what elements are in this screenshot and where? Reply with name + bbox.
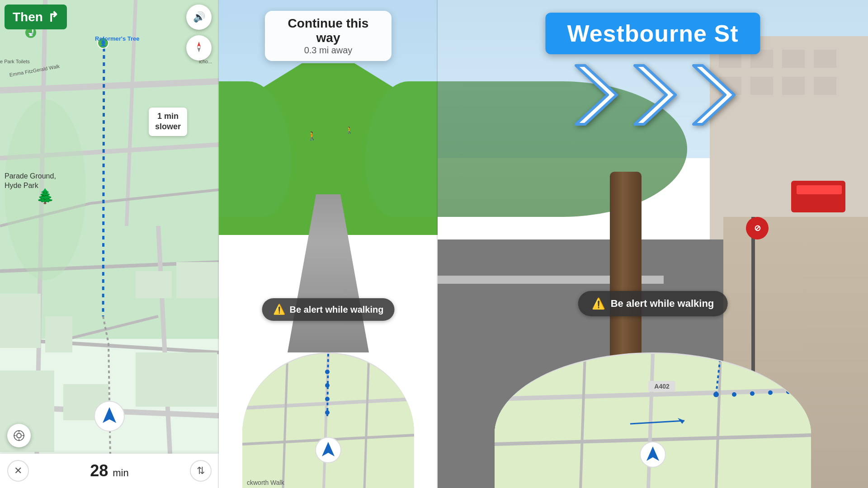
mini-map-inner: ckworth Walk <box>242 354 414 488</box>
svg-marker-64 <box>576 66 617 124</box>
sound-button[interactable]: 🔊 <box>186 5 212 30</box>
map-nav-arrow <box>94 400 125 434</box>
time-value: 28 <box>90 461 108 480</box>
svg-point-80 <box>786 389 791 394</box>
sound-icon: 🔊 <box>193 11 205 23</box>
compass-button[interactable] <box>186 35 212 61</box>
svg-rect-55 <box>814 50 836 68</box>
svg-point-45 <box>325 383 330 388</box>
mini-nav-arrow-right <box>639 441 666 470</box>
svg-text:A402: A402 <box>654 383 670 390</box>
ar-chevron-1 <box>565 59 623 131</box>
street-sign-text: Westbourne St <box>567 20 739 47</box>
svg-rect-17 <box>0 294 41 348</box>
continue-main-text: Continue this way <box>278 16 379 45</box>
route-options-icon: ⇅ <box>197 465 205 477</box>
alert-badge-middle: ⚠️ Be alert while walking <box>262 298 395 321</box>
svg-rect-15 <box>136 271 172 298</box>
location-target-icon <box>13 429 25 442</box>
alert-text-middle: Be alert while walking <box>290 305 384 315</box>
alert-warning-icon-right: ⚠️ <box>592 297 605 310</box>
compass-icon <box>192 40 206 56</box>
continue-sub-text: 0.3 mi away <box>278 45 379 56</box>
svg-marker-66 <box>693 66 734 124</box>
bus-windows <box>797 185 842 194</box>
left-map-panel: 👤 Reformer's Tree Emma FitzGerald Walk e… <box>0 0 219 488</box>
slower-bubble: 1 min slower <box>149 108 187 136</box>
mini-map-svg: ckworth Walk <box>242 354 414 488</box>
svg-rect-59 <box>814 77 836 95</box>
then-button[interactable]: Then ↱ <box>5 5 67 29</box>
svg-point-31 <box>17 433 21 438</box>
svg-point-46 <box>325 397 330 401</box>
slower-label: 1 min <box>155 111 181 122</box>
map-label-park-toilets: e Park Toilets <box>0 59 30 64</box>
mini-nav-arrow-middle <box>315 436 342 465</box>
mini-map-right: A402 <box>495 352 811 488</box>
person-silhouette-1: 🚶 <box>307 131 317 141</box>
svg-marker-28 <box>197 47 201 52</box>
bottom-bar: ✕ 28 min ⇅ <box>0 454 219 488</box>
svg-rect-16 <box>176 262 219 298</box>
svg-rect-58 <box>782 77 805 95</box>
then-label: Then <box>13 10 43 24</box>
ar-chevron-3 <box>682 59 741 131</box>
tree-icon: 🌲 <box>36 188 54 205</box>
alert-badge-right: ⚠️ Be alert while walking <box>578 291 728 316</box>
then-arrow-icon: ↱ <box>47 9 59 25</box>
slower-sub: slower <box>155 122 181 132</box>
svg-marker-27 <box>197 42 201 47</box>
street-sign: Westbourne St <box>546 13 760 54</box>
map-label-reformers: Reformer's Tree <box>95 35 139 42</box>
svg-text:ckworth Walk: ckworth Walk <box>247 479 285 486</box>
svg-rect-19 <box>136 352 217 407</box>
svg-rect-57 <box>750 77 773 95</box>
svg-point-78 <box>750 391 755 396</box>
svg-point-79 <box>768 390 773 395</box>
mini-map-middle: ckworth Walk <box>242 352 414 488</box>
svg-marker-65 <box>635 66 675 124</box>
ar-chevron-2 <box>623 59 682 131</box>
time-unit: min <box>113 467 128 479</box>
middle-ar-panel: 🚶 🚶 Continue this way 0.3 mi away ⚠️ Be … <box>219 0 438 488</box>
time-display: 28 min <box>90 461 129 480</box>
svg-point-76 <box>713 392 719 397</box>
svg-rect-54 <box>782 50 805 68</box>
close-button[interactable]: ✕ <box>7 460 29 482</box>
close-icon: ✕ <box>14 465 22 477</box>
alert-text-right: Be alert while walking <box>611 298 714 310</box>
svg-rect-18 <box>45 316 72 352</box>
person-silhouette-2: 🚶 <box>345 127 353 134</box>
svg-point-44 <box>325 370 330 374</box>
ar-arrows <box>565 59 741 131</box>
right-ar-panel: ⊘ Westbourne St ⚠️ Be alert while walk <box>438 0 868 488</box>
continue-banner: Continue this way 0.3 mi away <box>265 11 392 61</box>
no-entry-sign: ⊘ <box>746 217 769 239</box>
svg-point-77 <box>732 392 736 397</box>
svg-point-47 <box>325 410 330 415</box>
location-button[interactable] <box>7 424 31 447</box>
route-options-button[interactable]: ⇅ <box>190 460 212 482</box>
alert-warning-icon-middle: ⚠️ <box>273 304 285 315</box>
